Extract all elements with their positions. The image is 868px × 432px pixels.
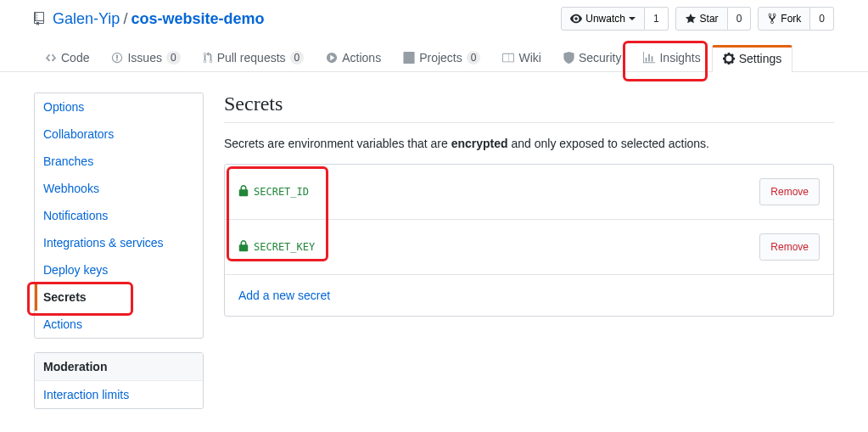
lock-icon xyxy=(238,185,249,199)
tab-wiki[interactable]: Wiki xyxy=(491,44,552,71)
tab-insights[interactable]: Insights xyxy=(632,44,711,71)
content-area: Secrets Secrets are environment variable… xyxy=(224,93,834,423)
lock-icon xyxy=(238,240,249,255)
caret-down-icon xyxy=(629,17,636,20)
breadcrumb-owner[interactable]: Galen-Yip xyxy=(53,10,120,28)
tab-actions[interactable]: Actions xyxy=(315,44,392,71)
star-count[interactable]: 0 xyxy=(728,7,752,31)
star-button[interactable]: Star xyxy=(675,7,728,31)
breadcrumb-separator: / xyxy=(123,10,127,28)
remove-secret-button[interactable]: Remove xyxy=(759,233,820,261)
sidebar-item-branches[interactable]: Branches xyxy=(35,148,203,175)
repo-icon xyxy=(34,12,48,25)
repo-pagehead: Galen-Yip / cos-website-demo Unwatch 1 xyxy=(0,0,868,72)
fork-count[interactable]: 0 xyxy=(810,7,834,31)
remove-secret-button[interactable]: Remove xyxy=(759,178,820,205)
settings-sidebar: Options Collaborators Branches Webhooks … xyxy=(34,93,204,423)
page-title: Secrets xyxy=(224,93,834,115)
sidebar-item-deploy-keys[interactable]: Deploy keys xyxy=(35,256,203,283)
sidebar-item-options[interactable]: Options xyxy=(35,93,203,121)
sidebar-item-webhooks[interactable]: Webhooks xyxy=(35,175,203,202)
tab-security[interactable]: Security xyxy=(552,44,633,71)
star-label: Star xyxy=(700,10,719,27)
sidebar-item-interaction-limits[interactable]: Interaction limits xyxy=(35,381,203,408)
tab-pulls[interactable]: Pull requests 0 xyxy=(192,44,316,71)
sidebar-heading-moderation: Moderation xyxy=(35,353,203,381)
add-secret-row: Add a new secret xyxy=(225,275,833,316)
fork-icon xyxy=(767,10,777,27)
secret-name: SECRET_KEY xyxy=(238,240,315,255)
breadcrumb: Galen-Yip / cos-website-demo xyxy=(34,10,264,28)
unwatch-label: Unwatch xyxy=(585,10,625,27)
secret-name: SECRET_ID xyxy=(238,185,309,199)
star-icon xyxy=(685,10,697,27)
tab-issues[interactable]: Issues 0 xyxy=(100,44,191,71)
secret-row: SECRET_ID Remove xyxy=(225,165,833,220)
secret-row: SECRET_KEY Remove xyxy=(225,220,833,275)
sidebar-item-actions[interactable]: Actions xyxy=(35,311,203,338)
eye-icon xyxy=(570,10,582,27)
sidebar-item-integrations[interactable]: Integrations & services xyxy=(35,229,203,256)
page-description: Secrets are environment variables that a… xyxy=(224,137,834,150)
watch-count[interactable]: 1 xyxy=(645,7,669,31)
tab-projects[interactable]: Projects 0 xyxy=(392,44,491,71)
breadcrumb-repo[interactable]: cos-website-demo xyxy=(131,10,264,28)
fork-button[interactable]: Fork xyxy=(758,7,810,31)
sidebar-item-secrets[interactable]: Secrets xyxy=(35,283,203,311)
add-new-secret-link[interactable]: Add a new secret xyxy=(238,289,330,302)
sidebar-item-collaborators[interactable]: Collaborators xyxy=(35,121,203,148)
fork-label: Fork xyxy=(781,10,801,27)
sidebar-item-notifications[interactable]: Notifications xyxy=(35,202,203,229)
pagehead-actions: Unwatch 1 Star 0 Fork xyxy=(561,7,834,31)
tab-code[interactable]: Code xyxy=(34,44,100,71)
repo-nav: Code Issues 0 Pull requests 0 Actions Pr… xyxy=(34,44,834,71)
secrets-list: SECRET_ID Remove SECRET_KEY Remove Add a… xyxy=(224,164,834,317)
unwatch-button[interactable]: Unwatch xyxy=(561,7,645,31)
tab-settings[interactable]: Settings xyxy=(712,45,793,72)
